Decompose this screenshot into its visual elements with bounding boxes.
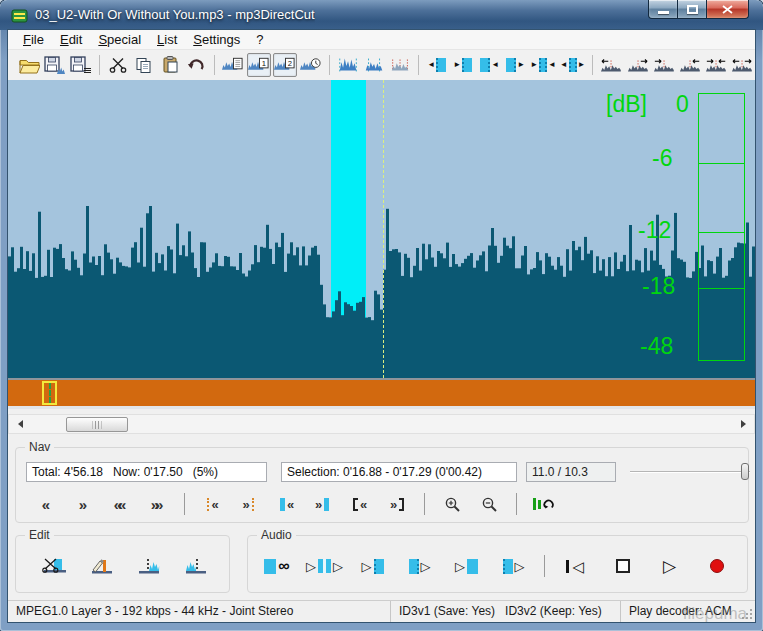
menu-edit[interactable]: Edit (52, 30, 90, 50)
waveform-display-part (128, 267, 131, 378)
stop-button[interactable] (604, 552, 641, 580)
file-position-bar[interactable] (8, 378, 755, 409)
maximize-button[interactable] (678, 0, 707, 19)
set-selection-start-button-part (139, 571, 159, 574)
cue-step-right-button[interactable] (678, 53, 702, 77)
horizontal-scrollbar[interactable] (8, 414, 755, 434)
toolbar-separator (592, 55, 593, 75)
undo-button[interactable] (184, 53, 208, 77)
speed-slider[interactable] (628, 462, 752, 482)
prev-cue-button[interactable]: « (200, 492, 224, 516)
cut-selection-button[interactable] (38, 552, 72, 580)
sel-grow-button-part: ► (578, 61, 586, 69)
cue-move-left-button[interactable] (599, 53, 623, 77)
play-loop-selection-button-part: ∞ (278, 558, 289, 574)
cue-both-in-button[interactable] (704, 53, 728, 77)
waveform-display-part (74, 260, 77, 378)
zoom-in-button[interactable] (440, 492, 464, 516)
waveform-display-part (266, 225, 269, 378)
waveform-display-part (104, 244, 107, 378)
cue-step-left-button[interactable] (652, 53, 676, 77)
waveform-display-part (509, 248, 512, 378)
cue-view-button[interactable] (388, 53, 412, 77)
fast-forward-button[interactable]: »» (145, 492, 169, 516)
zoom-selection-button[interactable] (336, 53, 360, 77)
waveform-area[interactable]: [dB]0-6-12-18-48 (8, 80, 755, 378)
save-audio-button[interactable] (43, 53, 67, 77)
copy-button[interactable] (132, 53, 156, 77)
waveform-display-part (140, 228, 143, 378)
play-to-selection-end-button[interactable]: ▷ (448, 552, 485, 580)
cut-button[interactable] (106, 53, 130, 77)
view-position-marker[interactable] (42, 381, 57, 405)
cue-both-out-button-part (733, 59, 739, 63)
paste-button[interactable] (158, 53, 182, 77)
wave-time-button[interactable] (299, 53, 323, 77)
menu-special[interactable]: Special (90, 30, 149, 50)
waveform-display-part (494, 246, 497, 378)
app-icon[interactable] (11, 7, 29, 24)
waveform-display-part (338, 291, 341, 378)
step-back-button[interactable]: « (34, 492, 58, 516)
sel-start-right-button[interactable]: ► (451, 53, 475, 77)
record-button[interactable] (698, 552, 735, 580)
title-bar[interactable]: 03_U2-With Or Without You.mp3 - mp3Direc… (0, 0, 763, 30)
open-file-button-part (20, 65, 40, 73)
play-button[interactable]: ▷ (651, 552, 688, 580)
play-to-selection-start-button[interactable]: ▷ (354, 552, 391, 580)
sel-end-right-button[interactable]: ► (503, 53, 527, 77)
minimize-button[interactable] (648, 0, 678, 19)
file-end-button[interactable]: » (385, 492, 409, 516)
scrollbar-thumb[interactable] (66, 417, 128, 432)
waveform-display-part (356, 303, 359, 378)
play-skip-selection-button[interactable]: ▷▷ (305, 552, 344, 580)
sel-start-left-button[interactable]: ◄ (425, 53, 449, 77)
sel-end-left-button[interactable]: ◄ (477, 53, 501, 77)
waveform-display-part (122, 266, 125, 378)
step-forward-button[interactable]: » (71, 492, 95, 516)
pause-button[interactable]: ◁ (557, 552, 594, 580)
open-file-button[interactable] (17, 53, 41, 77)
waveform-display-part (149, 206, 152, 378)
waveform-display-part (458, 267, 461, 378)
close-button[interactable] (707, 0, 749, 19)
menu-file[interactable]: File (15, 30, 52, 50)
waveform-display-part (344, 302, 347, 378)
sel-start-jump-button[interactable]: « (274, 492, 298, 516)
cue-both-out-button[interactable] (730, 53, 754, 77)
set-selection-start-button[interactable] (132, 552, 166, 580)
zoom-out-button[interactable] (477, 492, 501, 516)
set-cue-button[interactable] (85, 552, 119, 580)
view-selection-button[interactable] (362, 53, 386, 77)
play-from-selection-end-button[interactable]: ▷ (495, 552, 532, 580)
cue-move-right-button[interactable] (626, 53, 650, 77)
sel-grow-button[interactable]: ◄► (559, 53, 587, 77)
zoom-out-button-part (481, 496, 498, 513)
wave-part-1-button[interactable]: 1 (247, 53, 271, 77)
fast-back-button[interactable]: «« (108, 492, 132, 516)
file-start-button[interactable]: « (348, 492, 372, 516)
cut-button-part (109, 57, 127, 73)
next-cue-button[interactable]: » (237, 492, 261, 516)
menu-list[interactable]: List (149, 30, 185, 50)
speed-display: 11.0 / 10.3 (526, 462, 616, 482)
save-list-button[interactable] (69, 53, 93, 77)
wave-file-info-button[interactable] (221, 53, 245, 77)
scroll-right-button[interactable] (737, 417, 751, 431)
cue-view-button-part (392, 63, 409, 70)
wave-part-2-button[interactable]: 2 (273, 53, 297, 77)
sel-end-jump-button[interactable]: » (311, 492, 335, 516)
play-loop-selection-button[interactable]: ∞ (258, 552, 295, 580)
waveform-display-part (521, 256, 524, 379)
file-end-button-part (399, 498, 404, 511)
resize-grip[interactable] (750, 617, 752, 619)
set-selection-end-button[interactable] (179, 552, 213, 580)
gain-reset-button[interactable] (532, 492, 556, 516)
wave-file-info-button-part (233, 58, 242, 69)
slider-thumb[interactable] (741, 463, 749, 480)
menu-help[interactable]: ? (248, 30, 271, 50)
sel-shrink-button[interactable]: ►◄ (529, 53, 557, 77)
menu-settings[interactable]: Settings (185, 30, 248, 50)
scroll-left-button[interactable] (12, 417, 26, 431)
play-from-selection-start-button[interactable]: ▷ (401, 552, 438, 580)
